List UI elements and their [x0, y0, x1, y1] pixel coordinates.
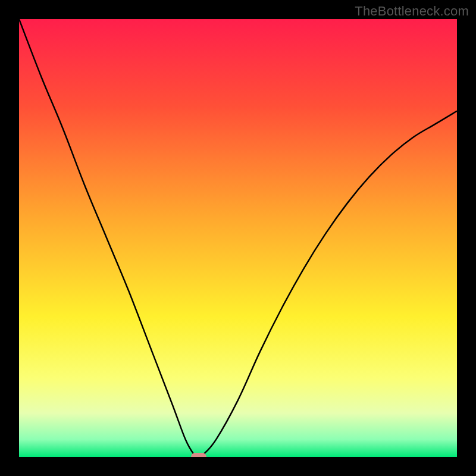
curve-path	[19, 19, 457, 457]
watermark-text: TheBottleneck.com	[355, 4, 469, 19]
bottleneck-curve	[19, 19, 457, 457]
optimal-point-marker	[191, 453, 206, 457]
plot-area	[19, 19, 457, 457]
